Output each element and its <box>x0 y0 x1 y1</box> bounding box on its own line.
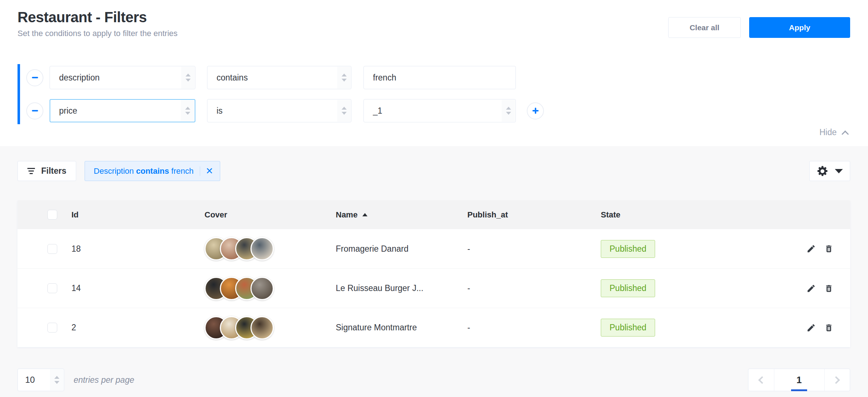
column-header-publish-at[interactable]: Publish_at <box>467 210 601 220</box>
select-all-checkbox[interactable] <box>47 210 57 220</box>
cover-photo <box>250 237 274 260</box>
chip-operator: contains <box>136 166 169 176</box>
select-arrows-icon <box>181 67 195 89</box>
apply-button[interactable]: Apply <box>749 17 850 38</box>
row-actions <box>790 323 850 333</box>
column-header-cover[interactable]: Cover <box>205 210 336 220</box>
current-page[interactable]: 1 <box>774 369 825 391</box>
next-page-button[interactable] <box>825 369 850 391</box>
hide-filters-link[interactable]: Hide <box>820 127 847 137</box>
chevron-right-icon <box>832 376 840 384</box>
cell-name: Le Ruisseau Burger J... <box>336 283 467 293</box>
add-filter-wrap <box>527 102 544 119</box>
filter-field-value: description <box>59 73 100 83</box>
row-checkbox[interactable] <box>47 283 57 293</box>
list-view-section: Filters Description contains french ✕ Id… <box>0 146 868 397</box>
filter-operator-select[interactable]: is <box>207 99 351 122</box>
page-subtitle: Set the conditions to apply to filter th… <box>17 29 178 38</box>
page-title: Restaurant - Filters <box>17 9 178 25</box>
remove-filter-button[interactable] <box>26 102 43 119</box>
edit-icon[interactable] <box>806 323 816 333</box>
delete-icon[interactable] <box>824 323 834 333</box>
column-header-name[interactable]: Name <box>336 210 467 220</box>
cell-publish-at: - <box>467 244 601 254</box>
row-checkbox[interactable] <box>47 323 57 333</box>
chip-field: Description <box>94 166 134 176</box>
cover-photo <box>250 277 274 300</box>
filters-button[interactable]: Filters <box>17 161 76 181</box>
row-actions <box>790 283 850 293</box>
filter-icon <box>27 168 35 174</box>
add-filter-button[interactable] <box>527 102 544 119</box>
page-header: Restaurant - Filters Set the conditions … <box>17 0 850 38</box>
filter-row: description contains <box>26 66 850 89</box>
entries-per-page-label: entries per page <box>74 375 134 385</box>
cell-publish-at: - <box>467 283 601 293</box>
status-badge: Published <box>601 240 655 258</box>
row-actions <box>790 244 850 254</box>
filters-button-label: Filters <box>41 166 66 176</box>
table-footer: 10 entries per page 1 <box>17 369 850 391</box>
row-checkbox[interactable] <box>47 244 57 254</box>
cell-id: 14 <box>71 283 205 293</box>
filter-field-select[interactable]: description <box>50 66 195 89</box>
cell-cover <box>205 277 336 300</box>
cover-photo <box>250 316 274 339</box>
active-filter-chip: Description contains french ✕ <box>85 161 220 181</box>
chevron-up-icon <box>842 130 849 138</box>
cell-id: 18 <box>71 244 205 254</box>
status-badge: Published <box>601 279 655 297</box>
filter-operator-select[interactable]: contains <box>207 66 351 89</box>
table-row[interactable]: 14 Le Ruisseau Burger J... - Published <box>17 268 850 308</box>
select-arrows-icon <box>502 100 515 122</box>
pagination: 1 <box>748 369 850 391</box>
cell-publish-at: - <box>467 323 601 333</box>
remove-filter-button[interactable] <box>26 69 43 86</box>
page-title-block: Restaurant - Filters Set the conditions … <box>17 9 178 38</box>
filter-value: _1 <box>373 106 382 116</box>
status-badge: Published <box>601 319 655 337</box>
select-arrows-icon <box>337 67 351 89</box>
table-header-row: Id Cover Name Publish_at State <box>17 200 850 229</box>
column-header-state[interactable]: State <box>601 210 790 220</box>
chip-value: french <box>171 166 194 176</box>
chip-divider <box>200 166 200 176</box>
cell-name: Fromagerie Danard <box>336 244 467 254</box>
cell-name: Signature Montmartre <box>336 323 467 333</box>
clear-all-button[interactable]: Clear all <box>668 17 741 38</box>
filter-value-select[interactable]: _1 <box>363 99 516 122</box>
cell-id: 2 <box>71 323 205 333</box>
table-row[interactable]: 18 Fromagerie Danard - Published <box>17 229 850 268</box>
entries-table: Id Cover Name Publish_at State 18 Fromag… <box>17 200 850 347</box>
filter-field-select[interactable]: price <box>50 99 195 122</box>
delete-icon[interactable] <box>824 244 834 254</box>
filter-builder: description contains price is _1 <box>17 64 850 124</box>
filter-row: price is _1 <box>26 99 850 122</box>
edit-icon[interactable] <box>806 244 816 254</box>
edit-icon[interactable] <box>806 283 816 293</box>
column-header-id[interactable]: Id <box>71 210 205 220</box>
page-size-select[interactable]: 10 <box>17 369 64 391</box>
hide-label: Hide <box>820 127 837 137</box>
previous-page-button[interactable] <box>748 369 774 391</box>
select-arrows-icon <box>181 100 194 121</box>
sort-ascending-icon <box>362 213 367 216</box>
active-page-indicator <box>791 389 807 391</box>
select-arrows-icon <box>50 369 63 390</box>
cell-cover <box>205 237 336 260</box>
filter-operator-value: contains <box>217 73 248 83</box>
header-checkbox-cell <box>17 210 71 220</box>
filters-panel-section: Restaurant - Filters Set the conditions … <box>0 0 868 146</box>
cell-cover <box>205 316 336 339</box>
page-size-value: 10 <box>25 375 35 385</box>
chip-close-icon[interactable]: ✕ <box>206 166 213 176</box>
filter-value-input[interactable] <box>363 66 516 89</box>
delete-icon[interactable] <box>824 283 834 293</box>
chevron-left-icon <box>758 376 766 384</box>
table-row[interactable]: 2 Signature Montmartre - Published <box>17 308 850 347</box>
filter-field-value: price <box>59 106 77 116</box>
select-arrows-icon <box>337 100 351 122</box>
settings-dropdown-button[interactable] <box>809 161 850 181</box>
header-actions: Clear all Apply <box>668 17 850 38</box>
chevron-down-icon <box>835 169 843 173</box>
